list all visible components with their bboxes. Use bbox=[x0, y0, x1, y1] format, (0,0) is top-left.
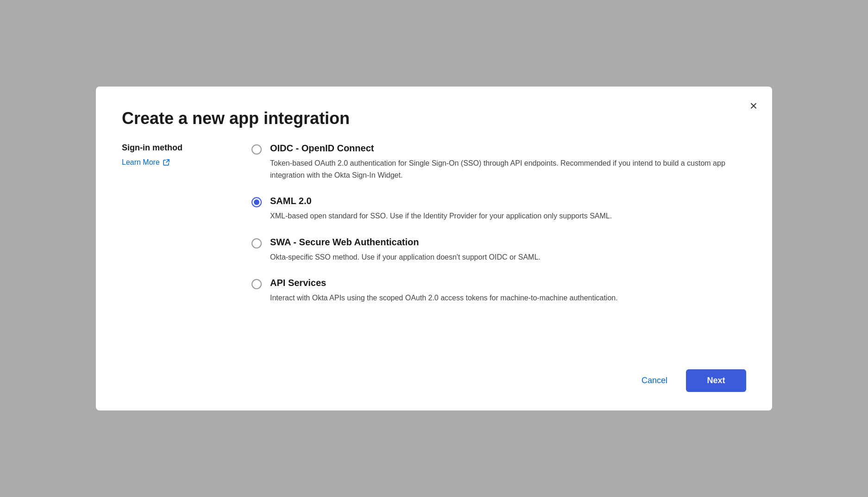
options-panel: OIDC - OpenID Connect Token-based OAuth … bbox=[252, 143, 746, 336]
option-saml-description: XML-based open standard for SSO. Use if … bbox=[270, 210, 746, 222]
option-saml-title: SAML 2.0 bbox=[270, 196, 746, 206]
left-panel: Sign-in method Learn More bbox=[122, 143, 224, 336]
close-button[interactable]: × bbox=[748, 98, 759, 114]
cancel-button[interactable]: Cancel bbox=[632, 370, 677, 391]
option-swa-title: SWA - Secure Web Authentication bbox=[270, 237, 746, 248]
radio-oidc[interactable] bbox=[252, 144, 262, 155]
modal-footer: Cancel Next bbox=[122, 358, 746, 392]
modal-body: Sign-in method Learn More bbox=[122, 143, 746, 336]
option-oidc[interactable]: OIDC - OpenID Connect Token-based OAuth … bbox=[252, 143, 746, 181]
radio-saml[interactable] bbox=[252, 197, 262, 207]
option-api[interactable]: API Services Interact with Okta APIs usi… bbox=[252, 278, 746, 304]
modal-dialog: × Create a new app integration Sign-in m… bbox=[96, 87, 772, 410]
option-swa-description: Okta-specific SSO method. Use if your ap… bbox=[270, 251, 746, 263]
section-label: Sign-in method bbox=[122, 143, 224, 153]
radio-swa[interactable] bbox=[252, 238, 262, 248]
modal-title: Create a new app integration bbox=[122, 109, 746, 128]
option-oidc-description: Token-based OAuth 2.0 authentication for… bbox=[270, 157, 746, 181]
option-oidc-title: OIDC - OpenID Connect bbox=[270, 143, 746, 154]
learn-more-text: Learn More bbox=[122, 158, 160, 167]
modal-overlay: × Create a new app integration Sign-in m… bbox=[0, 0, 868, 497]
next-button[interactable]: Next bbox=[686, 369, 746, 392]
option-api-title: API Services bbox=[270, 278, 746, 288]
option-saml[interactable]: SAML 2.0 XML-based open standard for SSO… bbox=[252, 196, 746, 222]
radio-api[interactable] bbox=[252, 279, 262, 289]
learn-more-link[interactable]: Learn More bbox=[122, 158, 170, 167]
option-swa[interactable]: SWA - Secure Web Authentication Okta-spe… bbox=[252, 237, 746, 263]
external-link-icon bbox=[163, 159, 170, 166]
option-api-description: Interact with Okta APIs using the scoped… bbox=[270, 292, 746, 304]
